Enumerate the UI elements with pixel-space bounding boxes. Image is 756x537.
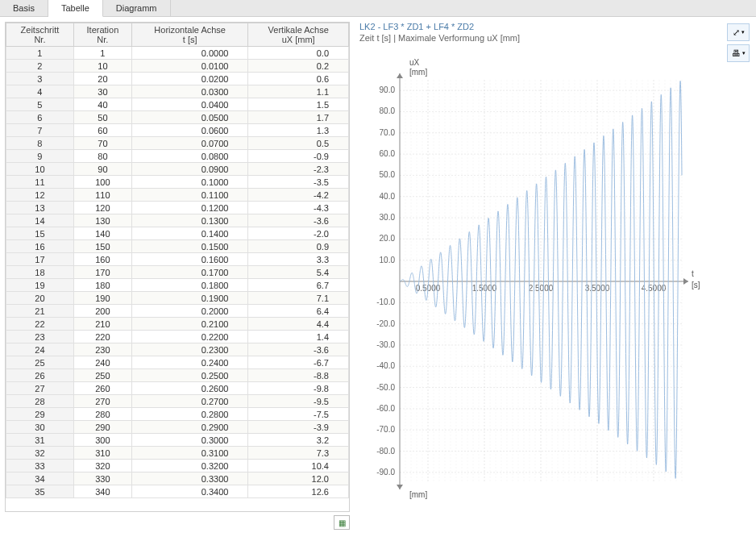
cell-iteration: 190 xyxy=(73,292,131,305)
table-row[interactable]: 8 70 0.0700 0.5 xyxy=(6,137,349,150)
table-row[interactable]: 24 230 0.2300 -3.6 xyxy=(6,343,349,356)
table-row[interactable]: 29 280 0.2800 -7.5 xyxy=(6,408,349,421)
tab-basis[interactable]: Basis xyxy=(0,0,48,16)
chart-options-button[interactable]: ⤢▾ xyxy=(727,23,750,41)
cell-ux: -8.8 xyxy=(248,369,349,382)
cell-t: 0.0000 xyxy=(131,47,247,60)
table-row[interactable]: 12 110 0.1100 -4.2 xyxy=(6,189,349,202)
cell-ux: -3.6 xyxy=(248,214,349,227)
table-row[interactable]: 2 10 0.0100 0.2 xyxy=(6,60,349,73)
export-excel-button[interactable]: ▦ xyxy=(334,515,350,530)
svg-text:-50.0: -50.0 xyxy=(376,383,395,392)
table-row[interactable]: 34 330 0.3300 12.0 xyxy=(6,472,349,485)
cell-iteration: 230 xyxy=(73,343,131,356)
cell-ux: 1.5 xyxy=(248,98,349,111)
table-row[interactable]: 35 340 0.3400 12.6 xyxy=(6,485,349,498)
svg-text:80.0: 80.0 xyxy=(380,106,396,115)
cell-t: 0.1200 xyxy=(131,202,247,214)
cell-t: 0.2600 xyxy=(131,382,247,395)
table-row[interactable]: 31 300 0.3000 3.2 xyxy=(6,434,349,447)
cell-t: 0.2900 xyxy=(131,421,247,434)
table-row[interactable]: 26 250 0.2500 -8.8 xyxy=(6,369,349,382)
table-row[interactable]: 9 80 0.0800 -0.9 xyxy=(6,150,349,163)
table-row[interactable]: 30 290 0.2900 -3.9 xyxy=(6,421,349,434)
table-row[interactable]: 16 150 0.1500 0.9 xyxy=(6,240,349,253)
cell-t: 0.0300 xyxy=(131,85,247,98)
table-row[interactable]: 1 1 0.0000 0.0 xyxy=(6,47,349,60)
svg-text:-60.0: -60.0 xyxy=(376,404,395,413)
table-row[interactable]: 22 210 0.2100 4.4 xyxy=(6,318,349,331)
cell-iteration: 70 xyxy=(73,137,131,150)
col-horizontal[interactable]: Horizontale Achset [s] xyxy=(131,23,247,47)
cell-nr: 30 xyxy=(6,421,74,434)
table-row[interactable]: 3 20 0.0200 0.6 xyxy=(6,73,349,85)
table-panel: ZeitschrittNr. IterationNr. Horizontale … xyxy=(0,17,355,535)
cell-iteration: 270 xyxy=(73,395,131,408)
table-row[interactable]: 20 190 0.1900 7.1 xyxy=(6,292,349,305)
cell-ux: 0.0 xyxy=(248,47,349,60)
table-row[interactable]: 27 260 0.2600 -9.8 xyxy=(6,382,349,395)
cell-ux: -2.3 xyxy=(248,163,349,176)
table-row[interactable]: 18 170 0.1700 5.4 xyxy=(6,266,349,279)
data-table: ZeitschrittNr. IterationNr. Horizontale … xyxy=(6,23,349,498)
svg-text:-70.0: -70.0 xyxy=(376,425,395,434)
cell-nr: 32 xyxy=(6,447,74,460)
cell-nr: 11 xyxy=(6,176,74,189)
cell-nr: 14 xyxy=(6,214,74,227)
table-row[interactable]: 17 160 0.1600 3.3 xyxy=(6,253,349,266)
tab-tabelle[interactable]: Tabelle xyxy=(48,0,103,17)
table-row[interactable]: 21 200 0.2000 6.4 xyxy=(6,305,349,318)
table-row[interactable]: 6 50 0.0500 1.7 xyxy=(6,111,349,124)
cell-t: 0.1100 xyxy=(131,189,247,202)
cell-nr: 22 xyxy=(6,318,74,331)
chart-panel: ⤢▾ 🖶▾ LK2 - LF3 * ZD1 + LF4 * ZD2 Zeit t… xyxy=(355,17,756,535)
table-row[interactable]: 11 100 0.1000 -3.5 xyxy=(6,176,349,189)
table-row[interactable]: 4 30 0.0300 1.1 xyxy=(6,85,349,98)
table-row[interactable]: 7 60 0.0600 1.3 xyxy=(6,124,349,137)
tab-diagramm[interactable]: Diagramm xyxy=(103,0,171,16)
excel-icon: ▦ xyxy=(339,518,346,527)
cell-nr: 35 xyxy=(6,485,74,498)
cell-t: 0.0500 xyxy=(131,111,247,124)
cell-nr: 34 xyxy=(6,472,74,485)
table-row[interactable]: 14 130 0.1300 -3.6 xyxy=(6,214,349,227)
tab-bar: Basis Tabelle Diagramm xyxy=(0,0,756,17)
table-scroll[interactable]: ZeitschrittNr. IterationNr. Horizontale … xyxy=(5,22,350,512)
cell-t: 0.1000 xyxy=(131,176,247,189)
cell-t: 0.2700 xyxy=(131,395,247,408)
cell-t: 0.3100 xyxy=(131,447,247,460)
cell-ux: 1.1 xyxy=(248,85,349,98)
table-row[interactable]: 10 90 0.0900 -2.3 xyxy=(6,163,349,176)
cell-t: 0.0200 xyxy=(131,73,247,85)
table-row[interactable]: 28 270 0.2700 -9.5 xyxy=(6,395,349,408)
cell-nr: 23 xyxy=(6,331,74,343)
col-zeitschritt[interactable]: ZeitschrittNr. xyxy=(6,23,74,47)
cell-iteration: 100 xyxy=(73,176,131,189)
chart-line-icon: ⤢ xyxy=(733,27,740,38)
cell-iteration: 160 xyxy=(73,253,131,266)
cell-iteration: 10 xyxy=(73,60,131,73)
col-vertikal[interactable]: Vertikale AchseuX [mm] xyxy=(248,23,349,47)
cell-nr: 15 xyxy=(6,227,74,240)
col-iteration[interactable]: IterationNr. xyxy=(73,23,131,47)
table-row[interactable]: 33 320 0.3200 10.4 xyxy=(6,460,349,472)
cell-ux: 3.2 xyxy=(248,434,349,447)
table-row[interactable]: 13 120 0.1200 -4.3 xyxy=(6,202,349,214)
table-row[interactable]: 32 310 0.3100 7.3 xyxy=(6,447,349,460)
print-button[interactable]: 🖶▾ xyxy=(727,44,750,62)
cell-ux: -3.5 xyxy=(248,176,349,189)
table-row[interactable]: 15 140 0.1400 -2.0 xyxy=(6,227,349,240)
svg-text:-90.0: -90.0 xyxy=(376,468,395,477)
cell-nr: 16 xyxy=(6,240,74,253)
table-row[interactable]: 25 240 0.2400 -6.7 xyxy=(6,356,349,369)
cell-ux: 12.6 xyxy=(248,485,349,498)
cell-ux: 1.7 xyxy=(248,111,349,124)
cell-nr: 3 xyxy=(6,73,74,85)
table-row[interactable]: 19 180 0.1800 6.7 xyxy=(6,279,349,292)
cell-ux: 4.4 xyxy=(248,318,349,331)
cell-nr: 6 xyxy=(6,111,74,124)
chart-area[interactable]: -90.0-80.0-70.0-60.0-50.0-40.0-30.0-20.0… xyxy=(359,48,706,507)
table-row[interactable]: 23 220 0.2200 1.4 xyxy=(6,331,349,343)
table-row[interactable]: 5 40 0.0400 1.5 xyxy=(6,98,349,111)
svg-text:40.0: 40.0 xyxy=(380,192,396,201)
